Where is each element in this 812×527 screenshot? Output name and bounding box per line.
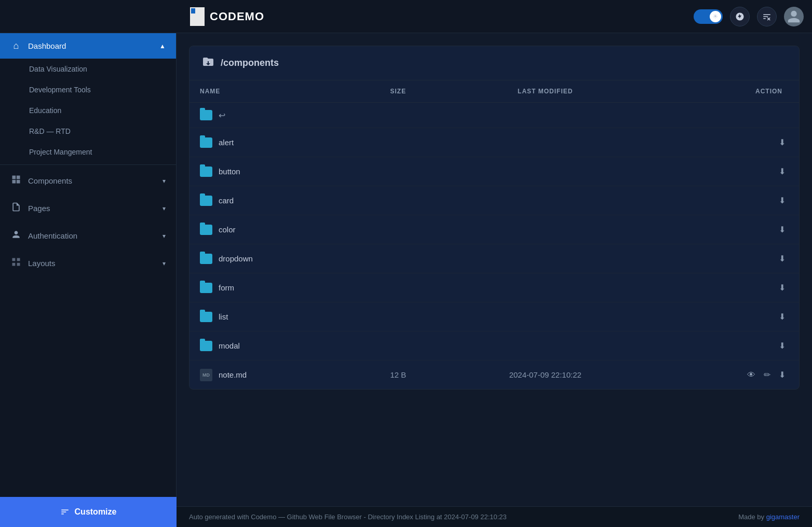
- download-button-button[interactable]: ⬇: [776, 164, 789, 178]
- layouts-label: Layouts: [28, 259, 156, 268]
- folder-icon-list: [200, 312, 212, 322]
- sidebar-item-pages[interactable]: Pages ▾: [0, 195, 176, 222]
- chevron-down-icon-layouts: ▾: [163, 260, 166, 267]
- table-row-note-md: MD note.md 12 B 2024-07-09 22:10:22 👁 ✏ …: [190, 360, 799, 390]
- folder-swap-icon: [202, 56, 214, 71]
- folder-icon-card: [200, 196, 212, 206]
- file-row-name-list: list: [200, 312, 346, 322]
- download-button-note[interactable]: ⬇: [776, 368, 789, 382]
- sidebar-divider-1: [0, 164, 176, 165]
- file-browser-title: /components: [221, 58, 279, 68]
- col-header-modified: LAST MODIFIED: [440, 80, 651, 103]
- file-table: NAME SIZE LAST MODIFIED ACTION ↩: [190, 80, 799, 389]
- table-row-color: color ⬇: [190, 215, 799, 244]
- download-button-dropdown[interactable]: ⬇: [776, 252, 789, 266]
- table-row-form: form ⬇: [190, 273, 799, 302]
- download-button-form[interactable]: ⬇: [776, 281, 789, 295]
- download-button-color[interactable]: ⬇: [776, 223, 789, 237]
- sidebar: ⌂ Dashboard ▲ Data Visualization Develop…: [0, 33, 177, 527]
- folder-icon-color: [200, 225, 212, 235]
- sidebar-subitem-project-management[interactable]: Project Mangement: [0, 142, 176, 162]
- home-icon: ⌂: [10, 40, 22, 51]
- sun-icon: ☀: [712, 12, 719, 20]
- customize-icon: [60, 507, 70, 517]
- folder-icon-back: [200, 110, 212, 120]
- edit-button-note[interactable]: ✏: [761, 368, 774, 382]
- sidebar-item-dashboard[interactable]: ⌂ Dashboard ▲: [0, 33, 176, 59]
- col-header-size: SIZE: [357, 80, 440, 103]
- table-row-dropdown: dropdown ⬇: [190, 244, 799, 273]
- download-button-card[interactable]: ⬇: [776, 193, 789, 207]
- folder-icon-modal: [200, 341, 212, 351]
- sidebar-item-components[interactable]: Components ▾: [0, 167, 176, 195]
- theme-toggle-knob: ☀: [710, 11, 721, 22]
- file-row-name-note: MD note.md: [200, 369, 346, 381]
- sidebar-dashboard-label: Dashboard: [28, 41, 153, 50]
- authentication-icon: [10, 229, 22, 242]
- file-row-name-color: color: [200, 225, 346, 235]
- app-logo: CODEMO: [8, 7, 694, 26]
- file-browser-header: /components: [190, 46, 799, 80]
- components-icon: [10, 174, 22, 187]
- chevron-down-icon-pages: ▾: [163, 205, 166, 212]
- col-header-action: ACTION: [651, 80, 799, 103]
- table-row-back: ↩: [190, 103, 799, 128]
- file-row-name-form: form: [200, 283, 346, 293]
- customize-button[interactable]: Customize: [0, 497, 177, 527]
- footer-made-by: Made by gigamaster: [738, 513, 800, 521]
- chevron-down-icon: ▾: [163, 177, 166, 185]
- layout: ⌂ Dashboard ▲ Data Visualization Develop…: [0, 33, 812, 527]
- table-row-list: list ⬇: [190, 302, 799, 331]
- avatar[interactable]: [784, 7, 804, 26]
- footer-text: Auto generated with Codemo — Github Web …: [189, 513, 507, 521]
- chevron-up-icon: ▲: [159, 43, 166, 50]
- footer-author-link[interactable]: gigamaster: [766, 513, 800, 521]
- file-modified-note: 2024-07-09 22:10:22: [440, 360, 651, 390]
- markdown-file-icon: MD: [200, 369, 212, 381]
- customize-label: Customize: [75, 507, 117, 517]
- authentication-label: Authentication: [28, 231, 156, 240]
- main-content: /components NAME SIZE LAST MODIFIED ACTI…: [177, 33, 812, 527]
- file-row-name-dropdown: dropdown: [200, 254, 346, 264]
- chevron-down-icon-auth: ▾: [163, 232, 166, 240]
- view-button-note[interactable]: 👁: [744, 368, 759, 382]
- header-controls: ☀: [694, 7, 804, 26]
- download-button-list[interactable]: ⬇: [776, 310, 789, 324]
- theme-toggle[interactable]: ☀: [694, 9, 723, 24]
- sidebar-item-authentication[interactable]: Authentication ▾: [0, 222, 176, 249]
- table-row-button: button ⬇: [190, 157, 799, 186]
- sidebar-subitem-development-tools[interactable]: Development Tools: [0, 79, 176, 100]
- table-row-alert: alert ⬇: [190, 128, 799, 157]
- back-arrow-icon: ↩: [219, 110, 225, 120]
- file-row-name-modal: modal: [200, 341, 346, 351]
- folder-icon-alert: [200, 137, 212, 148]
- sidebar-subitem-rnd[interactable]: R&D — RTD: [0, 121, 176, 142]
- layouts-icon: [10, 257, 22, 270]
- sliders-icon: [762, 12, 772, 21]
- col-header-name: NAME: [190, 80, 357, 103]
- download-button-modal[interactable]: ⬇: [776, 339, 789, 353]
- logo-icon: [190, 7, 205, 26]
- file-row-name-card: card: [200, 196, 346, 206]
- pages-label: Pages: [28, 204, 156, 213]
- file-row-name-button: button: [200, 167, 346, 177]
- sidebar-item-layouts[interactable]: Layouts ▾: [0, 249, 176, 277]
- footer: Auto generated with Codemo — Github Web …: [177, 506, 812, 527]
- table-row-card: card ⬇: [190, 186, 799, 215]
- sidebar-subitem-education[interactable]: Education: [0, 100, 176, 121]
- app-title: CODEMO: [210, 10, 264, 23]
- file-size-note: 12 B: [357, 360, 440, 390]
- table-row-modal: modal ⬇: [190, 331, 799, 360]
- file-row-name-back: ↩: [200, 110, 346, 120]
- git-icon: [735, 12, 745, 21]
- folder-icon-button: [200, 167, 212, 177]
- file-row-name-alert: alert: [200, 137, 346, 148]
- settings-button[interactable]: [757, 7, 777, 26]
- header: CODEMO ☀: [0, 0, 812, 33]
- git-button[interactable]: [730, 7, 750, 26]
- sidebar-subitem-data-visualization[interactable]: Data Visualization: [0, 59, 176, 79]
- folder-icon-form: [200, 283, 212, 293]
- file-browser: /components NAME SIZE LAST MODIFIED ACTI…: [189, 46, 800, 390]
- user-avatar-icon: [787, 9, 801, 24]
- download-button-alert[interactable]: ⬇: [776, 135, 789, 149]
